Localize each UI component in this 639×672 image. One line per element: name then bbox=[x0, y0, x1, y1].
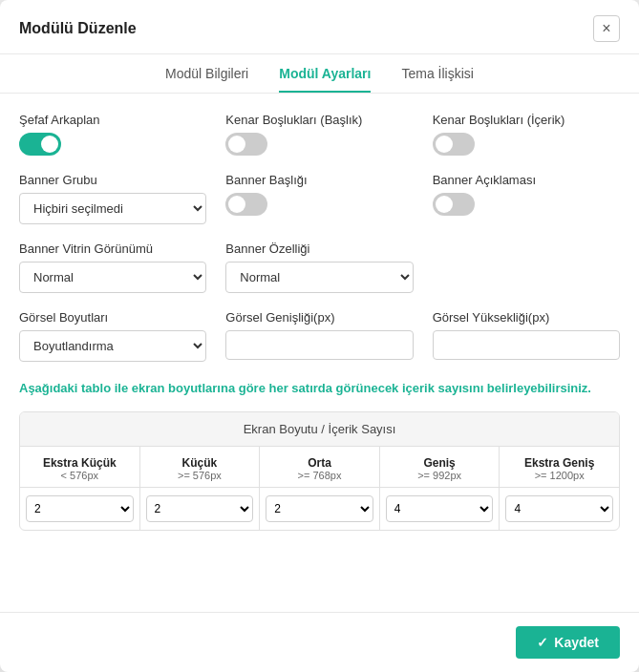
col-orta: Orta >= 768px bbox=[260, 447, 380, 487]
select-genis[interactable]: 1 2 3 4 5 6 bbox=[386, 495, 494, 522]
field-banner-aciklamasi: Banner Açıklaması bbox=[433, 173, 620, 216]
tab-tema-iliskisi[interactable]: Tema İlişkisi bbox=[401, 66, 473, 93]
label-gorsel-yuksekligi: Görsel Yüksekliği(px) bbox=[433, 310, 620, 325]
col-genis: Geniş >= 992px bbox=[380, 447, 501, 487]
label-banner-aciklamasi: Banner Açıklaması bbox=[433, 173, 620, 187]
select-ekstra-genis[interactable]: 1 2 3 4 5 6 bbox=[505, 495, 613, 522]
cell-ekstra-genis: 1 2 3 4 5 6 bbox=[500, 488, 619, 530]
toggle-sefaf-arkaplan[interactable] bbox=[19, 133, 61, 156]
cell-ekstra-kucuk: 1 2 3 4 5 6 bbox=[20, 488, 140, 530]
select-ekstra-kucuk[interactable]: 1 2 3 4 5 6 bbox=[26, 495, 134, 522]
field-sefaf-arkaplan: Şefaf Arkaplan bbox=[19, 113, 206, 156]
col-kucuk: Küçük >= 576px bbox=[140, 447, 261, 487]
select-banner-vitrin[interactable]: Normal bbox=[19, 262, 206, 293]
col-ekstra-genis: Ekstra Geniş >= 1200px bbox=[500, 447, 619, 487]
row-2: Banner Grubu Hiçbiri seçilmedi Banner Ba… bbox=[19, 173, 620, 224]
label-banner-grubu: Banner Grubu bbox=[19, 173, 206, 187]
save-label: Kaydet bbox=[554, 635, 599, 650]
field-gorsel-genisligi: Görsel Genişliği(px) bbox=[225, 310, 413, 360]
label-banner-basligi: Banner Başlığı bbox=[225, 173, 413, 187]
toggle-kenar-baslik[interactable] bbox=[225, 133, 267, 156]
field-banner-grubu: Banner Grubu Hiçbiri seçilmedi bbox=[19, 173, 206, 224]
checkmark-icon: ✓ bbox=[537, 635, 548, 650]
toggle-wrap-banner-aciklama bbox=[433, 193, 620, 216]
label-banner-ozelligi: Banner Özelliği bbox=[225, 242, 413, 256]
cell-orta: 1 2 3 4 5 6 bbox=[260, 488, 380, 530]
field-banner-vitrin: Banner Vitrin Görünümü Normal bbox=[19, 242, 206, 293]
field-kenar-icerik: Kenar Boşlukları (İçerik) bbox=[433, 113, 620, 156]
field-gorsel-yuksekligi: Görsel Yüksekliği(px) bbox=[433, 310, 620, 360]
label-sefaf-arkaplan: Şefaf Arkaplan bbox=[19, 113, 206, 127]
label-kenar-icerik: Kenar Boşlukları (İçerik) bbox=[433, 113, 620, 127]
input-gorsel-genisligi[interactable] bbox=[225, 330, 413, 360]
cell-kucuk: 1 2 3 4 5 6 bbox=[140, 488, 261, 530]
select-gorsel-boyutlari[interactable]: Boyutlandırma bbox=[19, 330, 206, 362]
field-banner-basligi: Banner Başlığı bbox=[225, 173, 413, 216]
cell-genis: 1 2 3 4 5 6 bbox=[380, 488, 501, 530]
field-gorsel-boyutlari: Görsel Boyutları Boyutlandırma bbox=[19, 310, 206, 362]
select-banner-grubu[interactable]: Hiçbiri seçilmedi bbox=[19, 193, 206, 224]
modal-title: Modülü Düzenle bbox=[19, 20, 137, 37]
col-ekstra-kucuk: Ekstra Küçük < 576px bbox=[20, 447, 140, 487]
input-gorsel-yuksekligi[interactable] bbox=[433, 330, 620, 360]
field-banner-ozelligi: Banner Özelliği Normal bbox=[225, 242, 413, 293]
toggle-banner-basligi[interactable] bbox=[225, 193, 267, 216]
select-banner-ozelligi[interactable]: Normal bbox=[225, 262, 413, 293]
close-button[interactable]: × bbox=[593, 15, 620, 42]
table-col-headers: Ekstra Küçük < 576px Küçük >= 576px Orta… bbox=[20, 447, 619, 487]
label-banner-vitrin: Banner Vitrin Görünümü bbox=[19, 242, 206, 256]
modal-footer: ✓ Kaydet bbox=[0, 612, 639, 672]
modal-container: Modülü Düzenle × Modül Bilgileri Modül A… bbox=[0, 0, 639, 672]
table-select-row: 1 2 3 4 5 6 1 2 3 4 5 6 bbox=[20, 487, 619, 530]
tab-bar: Modül Bilgileri Modül Ayarları Tema İliş… bbox=[0, 54, 639, 94]
toggle-wrap-kenar-icerik bbox=[433, 133, 620, 156]
toggle-kenar-icerik[interactable] bbox=[433, 133, 475, 156]
tab-modul-ayarlari[interactable]: Modül Ayarları bbox=[279, 66, 371, 93]
toggle-banner-aciklamasi[interactable] bbox=[433, 193, 475, 216]
select-kucuk[interactable]: 1 2 3 4 5 6 bbox=[146, 495, 254, 522]
row-3: Banner Vitrin Görünümü Normal Banner Öze… bbox=[19, 242, 620, 293]
row-4: Görsel Boyutları Boyutlandırma Görsel Ge… bbox=[19, 310, 620, 362]
toggle-wrap-kenar-baslik bbox=[225, 133, 413, 156]
table-header: Ekran Boyutu / İçerik Sayısı bbox=[20, 412, 619, 447]
label-gorsel-genisligi: Görsel Genişliği(px) bbox=[225, 310, 413, 325]
modal-body: Şefaf Arkaplan Kenar Boşlukları (Başlık) bbox=[0, 94, 639, 612]
label-kenar-baslik: Kenar Boşlukları (Başlık) bbox=[225, 113, 413, 127]
info-text: Aşağıdaki tablo ile ekran boyutlarına gö… bbox=[19, 379, 620, 398]
screen-size-table: Ekran Boyutu / İçerik Sayısı Ekstra Küçü… bbox=[19, 411, 620, 531]
field-kenar-baslik: Kenar Boşlukları (Başlık) bbox=[225, 113, 413, 156]
modal-header: Modülü Düzenle × bbox=[0, 0, 639, 54]
toggle-wrap-banner-baslik bbox=[225, 193, 413, 216]
label-gorsel-boyutlari: Görsel Boyutları bbox=[19, 310, 206, 325]
select-orta[interactable]: 1 2 3 4 5 6 bbox=[266, 495, 373, 522]
save-button[interactable]: ✓ Kaydet bbox=[516, 626, 620, 659]
tab-modul-bilgileri[interactable]: Modül Bilgileri bbox=[165, 66, 248, 93]
row-1: Şefaf Arkaplan Kenar Boşlukları (Başlık) bbox=[19, 113, 620, 156]
toggle-wrap-sefaf bbox=[19, 133, 206, 156]
